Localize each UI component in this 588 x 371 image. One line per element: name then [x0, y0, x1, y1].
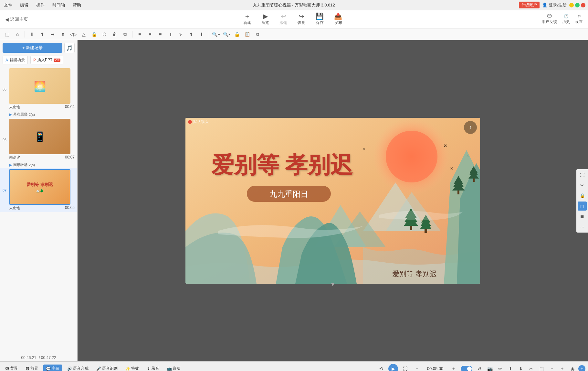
- align-center-v-tool[interactable]: ⬍: [58, 30, 68, 39]
- scene-num-05: 05: [3, 87, 6, 91]
- zoom-in-tool[interactable]: 🔍+: [212, 30, 221, 39]
- music-button[interactable]: 🎵: [64, 43, 75, 53]
- layer-button[interactable]: ◻: [578, 202, 587, 211]
- preview-button[interactable]: ▶ 预览: [261, 13, 269, 26]
- canvas-right-controls: ⛶ ✂ 🔒 ◻ ◼ ···: [576, 169, 588, 233]
- transition-label-2[interactable]: ▶ 圆形转场 2(s): [0, 162, 77, 168]
- history-button[interactable]: 🕐 历史: [562, 14, 570, 25]
- subtitle-tab[interactable]: 💬 字幕: [43, 365, 62, 371]
- screenshot-button[interactable]: 📷: [485, 364, 494, 371]
- add-track-button[interactable]: ＋: [578, 365, 585, 371]
- embed-tab[interactable]: 📺 嵌版: [164, 365, 183, 371]
- circle-icon[interactable]: ◉: [568, 364, 577, 371]
- move-up-tool[interactable]: ⬆: [187, 30, 196, 39]
- settings-button[interactable]: ⚙ 设置: [575, 14, 583, 25]
- more-canvas-button[interactable]: ···: [578, 222, 587, 231]
- split-button[interactable]: ✂: [527, 364, 536, 371]
- save-icon: 💾: [316, 13, 324, 19]
- bg-tab[interactable]: 🖼 背景: [3, 365, 20, 371]
- menu-help[interactable]: 帮助: [71, 2, 82, 9]
- upgrade-button[interactable]: 升级账户: [519, 2, 540, 8]
- smart-scene-tab[interactable]: A 智能场景: [3, 56, 28, 64]
- zoom-out-pb[interactable]: －: [547, 364, 556, 371]
- scene-thumb-05[interactable]: 🌅: [9, 68, 70, 104]
- paste-tool[interactable]: 📋: [243, 30, 252, 39]
- rewind-button[interactable]: ⟲: [377, 364, 386, 371]
- align-left-tool[interactable]: ≡: [135, 30, 144, 39]
- scene-item-06[interactable]: 06 📱 未命名 00:07: [0, 117, 77, 162]
- zoom-out-tool[interactable]: 🔍-: [222, 30, 231, 39]
- svg-rect-15: [473, 179, 475, 182]
- lock-tool[interactable]: 🔒: [89, 30, 99, 39]
- fullscreen-play-button[interactable]: ⛶: [401, 364, 410, 371]
- scene-item-07[interactable]: 07 爱别等 孝别迟 🏔️🌲 未命名 00:05: [0, 168, 77, 212]
- play-button[interactable]: ▶: [388, 364, 398, 371]
- menu-operate[interactable]: 操作: [35, 2, 46, 9]
- canvas-music-button[interactable]: ♪: [464, 121, 477, 134]
- title-bar-right: 升级账户 👤 登录/注册: [519, 2, 585, 8]
- distribute-v-tool[interactable]: ⩛: [176, 30, 185, 39]
- main-content: + 新建场景 🎵 A 智能场景 P 插入PPT VIP 05 🌅 未: [0, 40, 588, 361]
- redo-button[interactable]: ↪ 恢复: [298, 13, 305, 26]
- align-right-tool[interactable]: ≡: [156, 30, 165, 39]
- distribute-h-tool[interactable]: ⫿: [166, 30, 175, 39]
- login-button[interactable]: 👤 登录/注册: [542, 2, 567, 8]
- playback-toggle[interactable]: [461, 366, 472, 371]
- group-tool[interactable]: ⬡: [100, 30, 109, 39]
- move-down-button[interactable]: ⬇: [516, 364, 525, 371]
- minimize-button[interactable]: [569, 3, 574, 7]
- effects-tab[interactable]: ✨ 特效: [123, 365, 142, 371]
- edit-button[interactable]: ✏: [496, 364, 505, 371]
- move-up-button[interactable]: ⬆: [506, 364, 515, 371]
- lock-canvas-button[interactable]: 🔒: [578, 191, 587, 200]
- tts-tab[interactable]: 🔊 语音合成: [65, 365, 91, 371]
- insert-ppt-tab[interactable]: P 插入PPT VIP: [30, 56, 63, 64]
- home-tool[interactable]: ⌂: [13, 30, 22, 39]
- fg-tab[interactable]: 🖼 前景: [23, 365, 41, 371]
- back-home-button[interactable]: ◀ 返回主页: [5, 16, 44, 22]
- transition-label-1[interactable]: ▶ 幕布层叠 2(s): [0, 111, 77, 117]
- canvas[interactable]: 𝄪 𝄪 𝄪 𝄪 𝄪: [185, 118, 480, 284]
- crop-button[interactable]: ✂: [578, 181, 587, 190]
- menu-file[interactable]: 文件: [3, 2, 14, 9]
- zoom-in-pb[interactable]: ＋: [558, 364, 567, 371]
- flip-v-tool[interactable]: △: [79, 30, 88, 39]
- align-mid-tool[interactable]: ≡: [145, 30, 154, 39]
- format-button[interactable]: ⬚: [537, 364, 546, 371]
- canvas-expand-arrow[interactable]: ▼: [330, 282, 335, 288]
- playback-bar: 🖼 背景 🖼 前景 💬 字幕 🔊 语音合成 🎤 语音识别 ✨ 特效 🎙 录音 📺…: [0, 362, 588, 371]
- feedback-button[interactable]: 💬 用户反馈: [541, 14, 557, 25]
- scene-label-06: 未命名 00:07: [9, 155, 75, 160]
- new-scene-button[interactable]: + 新建场景: [3, 43, 62, 53]
- align-bottom-tool[interactable]: ⬇: [27, 30, 37, 39]
- menu-edit[interactable]: 编辑: [19, 2, 30, 9]
- maximize-button[interactable]: [575, 3, 580, 7]
- scene-thumb-06[interactable]: 📱: [9, 119, 70, 154]
- close-button[interactable]: [581, 3, 585, 7]
- copy2-tool[interactable]: ⧉: [253, 30, 262, 39]
- svg-text:爱别等 孝别迟: 爱别等 孝别迟: [211, 153, 353, 178]
- align-center-h-tool[interactable]: ⬌: [48, 30, 57, 39]
- secondary-toolbar: ⬚ ⌂ ⬇ ⬆ ⬌ ⬍ ◁▷ △ 🔒 ⬡ 🗑 ⧉ ≡ ≡ ≡ ⫿ ⩛ ⬆ ⬇ 🔍…: [0, 28, 588, 40]
- scene-item-05[interactable]: 05 🌅 未命名 00:04: [0, 67, 77, 111]
- publish-button[interactable]: 📤 发布: [334, 13, 342, 26]
- menu-timeline[interactable]: 时间轴: [51, 2, 66, 9]
- volume-up-button[interactable]: ＋: [449, 364, 458, 371]
- delete-tool[interactable]: 🗑: [110, 30, 119, 39]
- flip-h-tool[interactable]: ◁▷: [69, 30, 78, 39]
- volume-down-button[interactable]: －: [412, 364, 421, 371]
- opacity-button[interactable]: ◼: [578, 212, 587, 221]
- fullscreen-button[interactable]: ⛶: [578, 170, 587, 180]
- save-button[interactable]: 💾 保存: [316, 13, 324, 26]
- move-down-tool[interactable]: ⬇: [197, 30, 206, 39]
- copy-tool[interactable]: ⧉: [121, 30, 130, 39]
- record-tab[interactable]: 🎙 录音: [144, 365, 162, 371]
- lock2-tool[interactable]: 🔒: [232, 30, 241, 39]
- align-top-tool[interactable]: ⬆: [38, 30, 47, 39]
- select-tool[interactable]: ⬚: [3, 30, 12, 39]
- asr-tab[interactable]: 🎤 语音识别: [94, 365, 120, 371]
- new-button[interactable]: ＋ 新建: [243, 13, 251, 26]
- loop-button[interactable]: ↺: [475, 364, 484, 371]
- scene-thumb-07[interactable]: 爱别等 孝别迟 🏔️🌲: [9, 169, 70, 205]
- undo-button[interactable]: ↩ 撤销: [279, 13, 287, 26]
